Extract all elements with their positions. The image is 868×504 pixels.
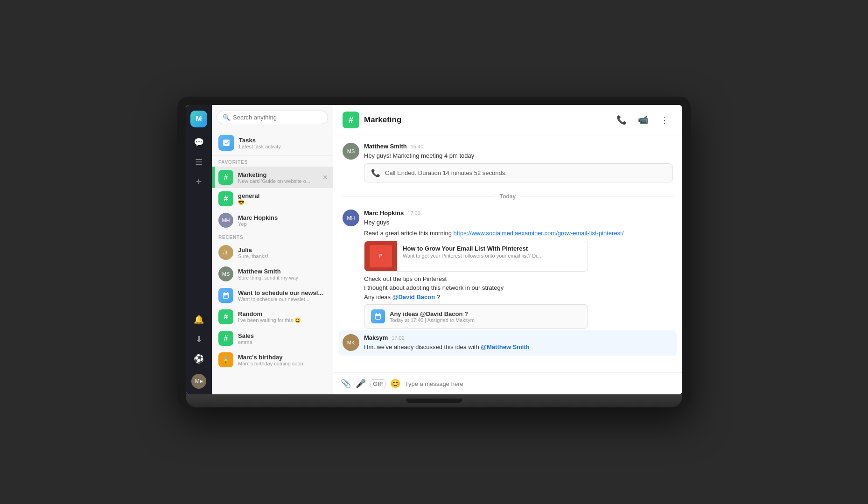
marc-text-hey: Hey guys — [364, 218, 673, 227]
video-call-button[interactable]: 📹 — [635, 112, 651, 128]
laptop-notch — [406, 399, 462, 403]
assigned-icon — [371, 309, 385, 323]
article-link[interactable]: https://www.socialmediaexaminer.com/grow… — [453, 230, 623, 237]
maksym-msg-content: Maksym 17:02 Hm..we've already discussed… — [364, 334, 673, 352]
marc-avatar: MH — [218, 213, 233, 228]
sidebar-item-marketing[interactable]: # Marketing New card 'Guide on website o… — [212, 167, 333, 188]
nav-avatar[interactable]: M — [190, 111, 207, 127]
today-divider: Today — [343, 192, 673, 200]
sidebar-item-general[interactable]: # general 😎 — [212, 188, 333, 210]
julia-name: Julia — [238, 246, 268, 253]
assigned-content: Any ideas @David Bacon ? Today at 17:40 … — [390, 310, 475, 323]
search-input-wrap[interactable]: 🔍 — [217, 111, 328, 124]
marc-sender: Marc Hopkins — [364, 210, 404, 217]
general-subtitle: 😎 — [238, 199, 259, 205]
sidebar-item-marc-hopkins[interactable]: MH Marc Hopkins Yep — [212, 210, 333, 231]
random-channel-text: Random I've been waiting for this 😀 — [238, 310, 301, 323]
random-hash-icon: # — [218, 309, 233, 324]
tasks-icon — [218, 135, 234, 151]
random-name: Random — [238, 310, 301, 317]
random-subtitle: I've been waiting for this 😀 — [238, 317, 301, 323]
sidebar-item-marcs-birthday[interactable]: 🔒 Marc's birthday Marc's birthday coming… — [212, 349, 333, 371]
phone-call-button[interactable]: 📞 — [613, 112, 630, 128]
nav-icon-bell[interactable]: 🔔 — [190, 311, 207, 328]
chat-messages: MS Matthew Smith 15:40 Hey guys! Marketi… — [333, 135, 682, 372]
msg-row-matthew: MS Matthew Smith 15:40 Hey guys! Marketi… — [343, 143, 673, 182]
birthday-hash-icon: 🔒 — [218, 352, 233, 367]
matthew-sender: Matthew Smith — [364, 143, 407, 150]
more-options-button[interactable]: ⋮ — [656, 112, 673, 128]
matthew-msg-header: Matthew Smith 15:40 — [364, 143, 673, 150]
nav-icon-download[interactable]: ⬇ — [190, 331, 207, 348]
matthew-smith-mention: @Matthew Smith — [481, 343, 529, 350]
laptop-base — [186, 394, 682, 407]
recents-label: RECENTS — [212, 231, 333, 242]
chat-header: # Marketing 📞 📹 ⋮ — [333, 105, 682, 135]
chat-channel-icon: # — [343, 112, 359, 128]
link-preview-title: How to Grow Your Email List With Pintere… — [403, 245, 541, 252]
nav-icon-globe[interactable]: ⚽ — [190, 350, 207, 367]
chat-channel-name: Marketing — [364, 115, 401, 125]
birthday-subtitle: Marc's birthday coming soon. — [238, 361, 305, 366]
sidebar-item-random[interactable]: # Random I've been waiting for this 😀 — [212, 306, 333, 328]
call-ended-box: 📞 Call Ended. Duration 14 minutes 52 sec… — [364, 163, 673, 182]
emoji-btn[interactable]: 😊 — [390, 378, 400, 389]
attachment-btn[interactable]: 📎 — [341, 378, 351, 389]
pinterest-logo: P — [370, 245, 392, 267]
julia-avatar: JL — [218, 245, 233, 260]
matthew-time: 15:40 — [411, 144, 424, 149]
marc-subtitle: Yep — [238, 221, 278, 227]
close-btn[interactable]: ✕ — [322, 174, 328, 181]
marketing-name: Marketing — [238, 171, 310, 178]
msg-input-area: 📎 🎤 GIF 😊 — [333, 372, 682, 394]
matthew-subtitle: Sure thing, send it my way — [238, 275, 298, 280]
sidebar-item-matthew[interactable]: MS Matthew Smith Sure thing, send it my … — [212, 263, 333, 285]
nav-icon-chat[interactable]: 💬 — [190, 134, 207, 151]
sidebar-item-julia[interactable]: JL Julia Sure, thanks! — [212, 242, 333, 263]
svg-rect-0 — [196, 159, 202, 160]
link-preview-desc: Want to get your Pinterest followers ont… — [403, 253, 541, 259]
tasks-title: Tasks — [239, 137, 281, 144]
maksym-sender: Maksym — [364, 334, 388, 341]
sales-hash-icon: # — [218, 331, 233, 346]
matthew-avatar: MS — [218, 266, 233, 281]
marc-channel-text: Marc Hopkins Yep — [238, 214, 278, 227]
birthday-channel-text: Marc's birthday Marc's birthday coming s… — [238, 354, 305, 366]
marc-text-tips: Check out the tips on Pinterest — [364, 274, 673, 284]
call-ended-text: Call Ended. Duration 14 minutes 52 secon… — [385, 169, 507, 176]
nav-icon-add[interactable]: + — [190, 173, 207, 190]
matthew-msg-avatar: MS — [343, 143, 359, 160]
gif-btn[interactable]: GIF — [371, 379, 385, 388]
matthew-channel-text: Matthew Smith Sure thing, send it my way — [238, 268, 298, 280]
link-preview-content: How to Grow Your Email List With Pintere… — [397, 241, 547, 271]
schedule-avatar — [218, 288, 233, 303]
matthew-msg-content: Matthew Smith 15:40 Hey guys! Marketing … — [364, 143, 673, 182]
matthew-text: Hey guys! Marketing meeting 4 pm today — [364, 151, 673, 161]
marc-text-any-ideas: Any ideas @David Bacon ? — [364, 293, 673, 302]
marc-text-adopting: I thought about adopting this network in… — [364, 283, 673, 293]
general-hash-icon: # — [218, 191, 233, 206]
julia-channel-text: Julia Sure, thanks! — [238, 246, 268, 259]
schedule-name: Want to schedule our newsl... — [238, 289, 323, 296]
sales-channel-text: Sales emma — [238, 332, 254, 345]
today-label: Today — [494, 193, 521, 200]
call-ended-icon: 📞 — [371, 168, 380, 177]
marc-msg-header: Marc Hopkins 17:00 — [364, 210, 673, 217]
message-input[interactable] — [405, 380, 675, 387]
sidebar-item-schedule[interactable]: Want to schedule our newsl... Want to sc… — [212, 285, 333, 306]
marketing-channel-text: Marketing New card 'Guide on website o..… — [238, 171, 310, 184]
search-input[interactable] — [233, 114, 322, 121]
maksym-msg-header: Maksym 17:02 — [364, 334, 673, 341]
tasks-item[interactable]: Tasks Latest task activity — [212, 130, 333, 156]
marketing-subtitle: New card 'Guide on website o... — [238, 178, 310, 184]
marc-time: 17:00 — [407, 210, 420, 216]
sidebar-item-sales[interactable]: # Sales emma — [212, 328, 333, 349]
nav-icon-contacts[interactable] — [190, 154, 207, 170]
mic-btn[interactable]: 🎤 — [356, 378, 366, 389]
user-profile-avatar[interactable]: Me — [191, 374, 206, 389]
marc-msg-avatar: MH — [343, 210, 359, 226]
tasks-text: Tasks Latest task activity — [239, 137, 281, 149]
birthday-name: Marc's birthday — [238, 354, 305, 361]
general-channel-text: general 😎 — [238, 192, 259, 205]
general-name: general — [238, 192, 259, 199]
